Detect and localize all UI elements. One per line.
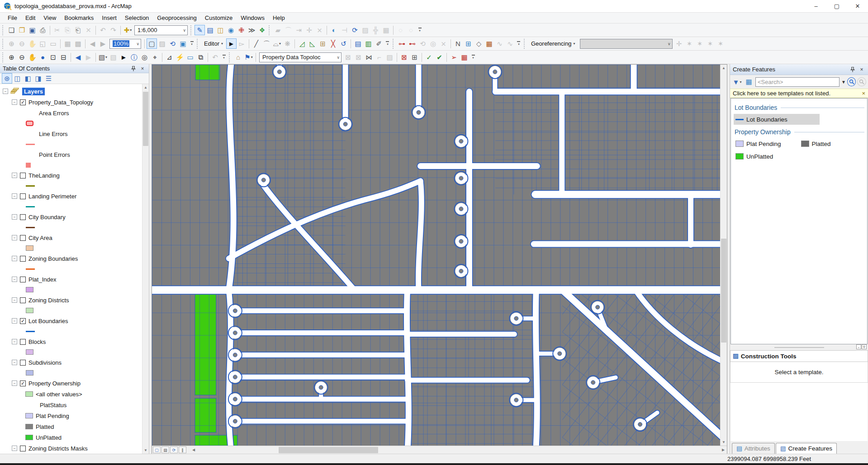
topology-layer-combo-arrow-icon[interactable]: ∨ [334, 55, 340, 60]
layer-checkbox[interactable] [20, 235, 26, 241]
trace-tool[interactable]: ⌓▾ [272, 38, 282, 49]
expander-icon[interactable]: − [12, 380, 17, 386]
find-tool[interactable]: ◎ [139, 52, 150, 62]
maximize-button[interactable]: ▢ [826, 0, 847, 12]
sa-attribute-transfer[interactable]: ◇ [474, 38, 484, 49]
toc-layer-item[interactable]: −Landing Perimeter [0, 191, 142, 202]
list-by-selection-button[interactable]: ◨ [33, 73, 43, 84]
select-features-tool[interactable]: ▧▾ [98, 52, 108, 62]
notice-close-icon[interactable]: × [862, 90, 865, 97]
expander-icon[interactable]: − [12, 339, 17, 344]
select-elements-tool[interactable]: ► [119, 52, 129, 62]
reshape-feature-tool[interactable]: ◿ [297, 38, 307, 49]
search-dropdown-icon[interactable]: ▼ [841, 80, 846, 85]
templates-not-listed-notice[interactable]: Click here to see templates not listed. … [730, 89, 868, 98]
toc-options-button[interactable]: ☰ [43, 73, 54, 84]
measure-tool[interactable]: ⊿ [164, 52, 175, 62]
modify-edge-tool[interactable]: ⋈ [364, 52, 374, 62]
fixed-zoom-in[interactable]: ⊡ [48, 52, 58, 62]
template-filter-icon[interactable]: ▼▾ [732, 77, 742, 87]
list-by-visibility-button[interactable]: ◧ [23, 73, 33, 84]
toc-layer-item[interactable]: −Zoning Boundaries [0, 253, 142, 264]
toc-layer-item[interactable]: −✓Property_Data_Topology [0, 97, 142, 108]
paste-button[interactable]: ⎗ [73, 25, 83, 35]
toc-scrollbar[interactable]: ▲ ▼ [142, 84, 149, 454]
editor-menu[interactable]: Editor▾ [201, 39, 226, 48]
toc-layer-item[interactable]: −Plat_Index [0, 274, 142, 285]
menu-geoprocessing[interactable]: Geoprocessing [153, 13, 200, 23]
map-scroll-up-icon[interactable]: ▲ [721, 65, 727, 71]
menu-customize[interactable]: Customize [201, 13, 237, 23]
expander-icon[interactable]: − [12, 277, 17, 282]
menu-edit[interactable]: Edit [21, 13, 39, 23]
go-to-xy-tool[interactable]: ⌖ [150, 52, 160, 62]
toc-scroll-thumb[interactable] [143, 92, 148, 146]
toggle-draft-mode[interactable]: ▢ [147, 38, 157, 49]
close-button[interactable]: ✕ [847, 0, 868, 12]
georeferencing-layer-combo[interactable]: ∨ [580, 39, 673, 49]
layout-zoom-combo[interactable]: 100%∨ [109, 39, 141, 49]
toolbar-overflow-icon[interactable]: ▾ [417, 26, 422, 35]
sa-area-calculator[interactable]: ▦ [484, 38, 494, 49]
minimize-button[interactable]: – [806, 0, 826, 12]
data-driven-pages-button[interactable]: ▣ [178, 38, 188, 49]
viewer-window-button[interactable]: ⧉ [195, 52, 206, 62]
toc-layer-item[interactable]: −TheLanding [0, 170, 142, 181]
map-canvas[interactable] [152, 65, 720, 446]
create-features-close-icon[interactable]: × [858, 66, 865, 73]
toc-scroll-up-icon[interactable]: ▲ [142, 84, 149, 91]
toolbar-grip[interactable] [197, 39, 199, 49]
panel-splitter-handle[interactable]: ⌄ ⚲ [730, 344, 868, 350]
arctoolbox-button[interactable]: ✙ [236, 25, 247, 35]
layer-checkbox[interactable] [20, 214, 26, 220]
toolbar-grip[interactable] [269, 25, 271, 35]
zoom-out-tool[interactable]: ⊖ [17, 52, 27, 62]
topology-layer-combo[interactable]: Property Data Topoloc∨ [259, 52, 342, 62]
pause-drawing-button[interactable]: ∥ [179, 446, 186, 453]
fix-error-tool[interactable]: ➢ [449, 52, 459, 62]
cut-polygons-tool[interactable]: ╳ [328, 38, 338, 49]
add-data-button-dropdown-icon[interactable]: ▾ [130, 28, 132, 32]
toc-legend-item[interactable]: Plat Pending [0, 410, 142, 421]
zoom-in-tool[interactable]: ⊕ [6, 52, 17, 62]
toc-layer-item[interactable]: −Zoning Districts Masks [0, 443, 142, 454]
expander-icon[interactable]: − [12, 173, 17, 178]
toc-legend-item[interactable]: <all other values> [0, 389, 142, 399]
table-of-contents-button[interactable]: ▤ [205, 25, 215, 35]
globe-view-button[interactable]: ◐ [329, 25, 339, 35]
layer-checkbox[interactable]: ✓ [20, 380, 26, 386]
rotate-tool[interactable]: ↺ [338, 38, 349, 49]
list-by-source-button[interactable]: ◫ [12, 73, 23, 84]
error-inspector-button[interactable]: ▦ [459, 52, 470, 62]
move-tool[interactable]: ⊞ [318, 38, 328, 49]
fixed-zoom-out[interactable]: ⊟ [58, 52, 69, 62]
map-vscroll-thumb[interactable] [721, 239, 726, 343]
layer-checkbox[interactable] [20, 173, 26, 178]
toc-close-icon[interactable]: × [139, 65, 146, 72]
validate-entire-topology-button[interactable]: ✔ [434, 52, 445, 62]
endpoint-arc-tool[interactable]: ⌒ [261, 38, 272, 49]
georeferencing-layer-combo-arrow-icon[interactable]: ∨ [665, 42, 671, 46]
expander-icon[interactable]: − [12, 446, 17, 451]
layer-checkbox[interactable]: ✓ [20, 318, 26, 324]
sa-modify-link[interactable]: ⊷ [407, 38, 417, 49]
toolbar-overflow-icon[interactable]: ▾ [221, 53, 227, 62]
layer-checkbox[interactable] [20, 193, 26, 199]
update-arrows-button[interactable]: ⟳ [350, 25, 360, 35]
straight-segment-tool[interactable]: ╱ [251, 38, 261, 49]
expander-icon[interactable]: − [12, 193, 17, 199]
toc-pin-icon[interactable] [130, 65, 137, 72]
toolbar-overflow-icon[interactable]: ▾ [385, 39, 390, 48]
map-horizontal-scrollbar[interactable]: ◀ ▶ [190, 446, 727, 454]
expander-icon[interactable]: − [12, 256, 17, 261]
expander-icon[interactable]: − [12, 99, 17, 105]
menu-view[interactable]: View [39, 13, 60, 23]
toc-scroll-down-icon[interactable]: ▼ [142, 447, 149, 454]
html-popup-tool[interactable]: ▭ [185, 52, 195, 62]
map-scale-combo-arrow-icon[interactable]: ∨ [180, 28, 186, 33]
template-item[interactable]: Platted [799, 138, 865, 149]
editor-sketch-tool[interactable]: ✎ [194, 25, 205, 35]
layer-checkbox[interactable] [20, 277, 26, 282]
toc-layer-item[interactable]: −City Boundary [0, 211, 142, 222]
refresh-view-button[interactable]: ⟳ [170, 446, 178, 453]
